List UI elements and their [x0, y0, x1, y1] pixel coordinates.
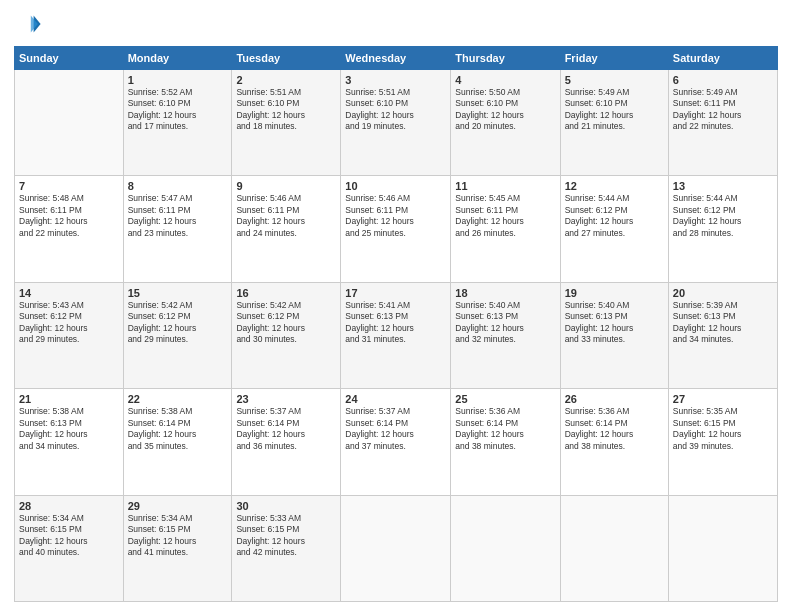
- day-info: Sunrise: 5:38 AM Sunset: 6:13 PM Dayligh…: [19, 406, 119, 452]
- day-number: 11: [455, 180, 555, 192]
- day-number: 25: [455, 393, 555, 405]
- week-row-5: 28Sunrise: 5:34 AM Sunset: 6:15 PM Dayli…: [15, 495, 778, 601]
- day-number: 27: [673, 393, 773, 405]
- day-number: 6: [673, 74, 773, 86]
- day-info: Sunrise: 5:51 AM Sunset: 6:10 PM Dayligh…: [345, 87, 446, 133]
- week-row-2: 7Sunrise: 5:48 AM Sunset: 6:11 PM Daylig…: [15, 176, 778, 282]
- day-number: 8: [128, 180, 228, 192]
- calendar-cell: 24Sunrise: 5:37 AM Sunset: 6:14 PM Dayli…: [341, 389, 451, 495]
- day-info: Sunrise: 5:49 AM Sunset: 6:10 PM Dayligh…: [565, 87, 664, 133]
- calendar-cell: 27Sunrise: 5:35 AM Sunset: 6:15 PM Dayli…: [668, 389, 777, 495]
- calendar-cell: 18Sunrise: 5:40 AM Sunset: 6:13 PM Dayli…: [451, 282, 560, 388]
- day-info: Sunrise: 5:42 AM Sunset: 6:12 PM Dayligh…: [236, 300, 336, 346]
- weekday-header-wednesday: Wednesday: [341, 47, 451, 70]
- weekday-header-friday: Friday: [560, 47, 668, 70]
- page: SundayMondayTuesdayWednesdayThursdayFrid…: [0, 0, 792, 612]
- day-info: Sunrise: 5:44 AM Sunset: 6:12 PM Dayligh…: [565, 193, 664, 239]
- calendar-cell: 16Sunrise: 5:42 AM Sunset: 6:12 PM Dayli…: [232, 282, 341, 388]
- day-info: Sunrise: 5:44 AM Sunset: 6:12 PM Dayligh…: [673, 193, 773, 239]
- day-number: 16: [236, 287, 336, 299]
- day-info: Sunrise: 5:34 AM Sunset: 6:15 PM Dayligh…: [19, 513, 119, 559]
- day-info: Sunrise: 5:38 AM Sunset: 6:14 PM Dayligh…: [128, 406, 228, 452]
- day-number: 1: [128, 74, 228, 86]
- day-number: 18: [455, 287, 555, 299]
- week-row-4: 21Sunrise: 5:38 AM Sunset: 6:13 PM Dayli…: [15, 389, 778, 495]
- day-number: 3: [345, 74, 446, 86]
- calendar-cell: 13Sunrise: 5:44 AM Sunset: 6:12 PM Dayli…: [668, 176, 777, 282]
- day-info: Sunrise: 5:34 AM Sunset: 6:15 PM Dayligh…: [128, 513, 228, 559]
- header: [14, 10, 778, 38]
- day-number: 23: [236, 393, 336, 405]
- day-number: 13: [673, 180, 773, 192]
- calendar-cell: 14Sunrise: 5:43 AM Sunset: 6:12 PM Dayli…: [15, 282, 124, 388]
- day-number: 12: [565, 180, 664, 192]
- day-number: 21: [19, 393, 119, 405]
- calendar-cell: 28Sunrise: 5:34 AM Sunset: 6:15 PM Dayli…: [15, 495, 124, 601]
- calendar-cell: 11Sunrise: 5:45 AM Sunset: 6:11 PM Dayli…: [451, 176, 560, 282]
- calendar-cell: 30Sunrise: 5:33 AM Sunset: 6:15 PM Dayli…: [232, 495, 341, 601]
- day-info: Sunrise: 5:36 AM Sunset: 6:14 PM Dayligh…: [565, 406, 664, 452]
- day-info: Sunrise: 5:36 AM Sunset: 6:14 PM Dayligh…: [455, 406, 555, 452]
- calendar-cell: [15, 70, 124, 176]
- week-row-1: 1Sunrise: 5:52 AM Sunset: 6:10 PM Daylig…: [15, 70, 778, 176]
- day-info: Sunrise: 5:46 AM Sunset: 6:11 PM Dayligh…: [345, 193, 446, 239]
- calendar-header: SundayMondayTuesdayWednesdayThursdayFrid…: [15, 47, 778, 70]
- day-number: 26: [565, 393, 664, 405]
- calendar-cell: 7Sunrise: 5:48 AM Sunset: 6:11 PM Daylig…: [15, 176, 124, 282]
- day-info: Sunrise: 5:48 AM Sunset: 6:11 PM Dayligh…: [19, 193, 119, 239]
- calendar-body: 1Sunrise: 5:52 AM Sunset: 6:10 PM Daylig…: [15, 70, 778, 602]
- calendar-cell: 12Sunrise: 5:44 AM Sunset: 6:12 PM Dayli…: [560, 176, 668, 282]
- day-info: Sunrise: 5:51 AM Sunset: 6:10 PM Dayligh…: [236, 87, 336, 133]
- day-info: Sunrise: 5:40 AM Sunset: 6:13 PM Dayligh…: [455, 300, 555, 346]
- calendar-cell: 1Sunrise: 5:52 AM Sunset: 6:10 PM Daylig…: [123, 70, 232, 176]
- day-number: 28: [19, 500, 119, 512]
- day-number: 20: [673, 287, 773, 299]
- calendar-cell: 21Sunrise: 5:38 AM Sunset: 6:13 PM Dayli…: [15, 389, 124, 495]
- day-number: 5: [565, 74, 664, 86]
- calendar-cell: 8Sunrise: 5:47 AM Sunset: 6:11 PM Daylig…: [123, 176, 232, 282]
- weekday-header-sunday: Sunday: [15, 47, 124, 70]
- day-number: 7: [19, 180, 119, 192]
- calendar-cell: [451, 495, 560, 601]
- day-number: 22: [128, 393, 228, 405]
- calendar-cell: 19Sunrise: 5:40 AM Sunset: 6:13 PM Dayli…: [560, 282, 668, 388]
- day-info: Sunrise: 5:37 AM Sunset: 6:14 PM Dayligh…: [345, 406, 446, 452]
- weekday-header-monday: Monday: [123, 47, 232, 70]
- calendar-cell: 17Sunrise: 5:41 AM Sunset: 6:13 PM Dayli…: [341, 282, 451, 388]
- calendar-cell: 9Sunrise: 5:46 AM Sunset: 6:11 PM Daylig…: [232, 176, 341, 282]
- logo: [14, 10, 46, 38]
- weekday-header-thursday: Thursday: [451, 47, 560, 70]
- calendar-cell: [668, 495, 777, 601]
- day-info: Sunrise: 5:43 AM Sunset: 6:12 PM Dayligh…: [19, 300, 119, 346]
- week-row-3: 14Sunrise: 5:43 AM Sunset: 6:12 PM Dayli…: [15, 282, 778, 388]
- calendar-cell: 25Sunrise: 5:36 AM Sunset: 6:14 PM Dayli…: [451, 389, 560, 495]
- calendar-cell: 23Sunrise: 5:37 AM Sunset: 6:14 PM Dayli…: [232, 389, 341, 495]
- day-info: Sunrise: 5:49 AM Sunset: 6:11 PM Dayligh…: [673, 87, 773, 133]
- day-info: Sunrise: 5:46 AM Sunset: 6:11 PM Dayligh…: [236, 193, 336, 239]
- logo-icon: [14, 10, 42, 38]
- calendar-cell: 6Sunrise: 5:49 AM Sunset: 6:11 PM Daylig…: [668, 70, 777, 176]
- day-number: 19: [565, 287, 664, 299]
- calendar-cell: 2Sunrise: 5:51 AM Sunset: 6:10 PM Daylig…: [232, 70, 341, 176]
- day-info: Sunrise: 5:47 AM Sunset: 6:11 PM Dayligh…: [128, 193, 228, 239]
- day-info: Sunrise: 5:40 AM Sunset: 6:13 PM Dayligh…: [565, 300, 664, 346]
- day-number: 2: [236, 74, 336, 86]
- day-number: 30: [236, 500, 336, 512]
- calendar-cell: 3Sunrise: 5:51 AM Sunset: 6:10 PM Daylig…: [341, 70, 451, 176]
- day-number: 15: [128, 287, 228, 299]
- day-number: 17: [345, 287, 446, 299]
- weekday-row: SundayMondayTuesdayWednesdayThursdayFrid…: [15, 47, 778, 70]
- calendar-cell: 29Sunrise: 5:34 AM Sunset: 6:15 PM Dayli…: [123, 495, 232, 601]
- day-info: Sunrise: 5:37 AM Sunset: 6:14 PM Dayligh…: [236, 406, 336, 452]
- weekday-header-saturday: Saturday: [668, 47, 777, 70]
- calendar-cell: 5Sunrise: 5:49 AM Sunset: 6:10 PM Daylig…: [560, 70, 668, 176]
- weekday-header-tuesday: Tuesday: [232, 47, 341, 70]
- day-number: 9: [236, 180, 336, 192]
- calendar-cell: [560, 495, 668, 601]
- day-info: Sunrise: 5:33 AM Sunset: 6:15 PM Dayligh…: [236, 513, 336, 559]
- calendar-cell: 4Sunrise: 5:50 AM Sunset: 6:10 PM Daylig…: [451, 70, 560, 176]
- calendar-cell: 15Sunrise: 5:42 AM Sunset: 6:12 PM Dayli…: [123, 282, 232, 388]
- day-info: Sunrise: 5:50 AM Sunset: 6:10 PM Dayligh…: [455, 87, 555, 133]
- day-number: 4: [455, 74, 555, 86]
- calendar-cell: 26Sunrise: 5:36 AM Sunset: 6:14 PM Dayli…: [560, 389, 668, 495]
